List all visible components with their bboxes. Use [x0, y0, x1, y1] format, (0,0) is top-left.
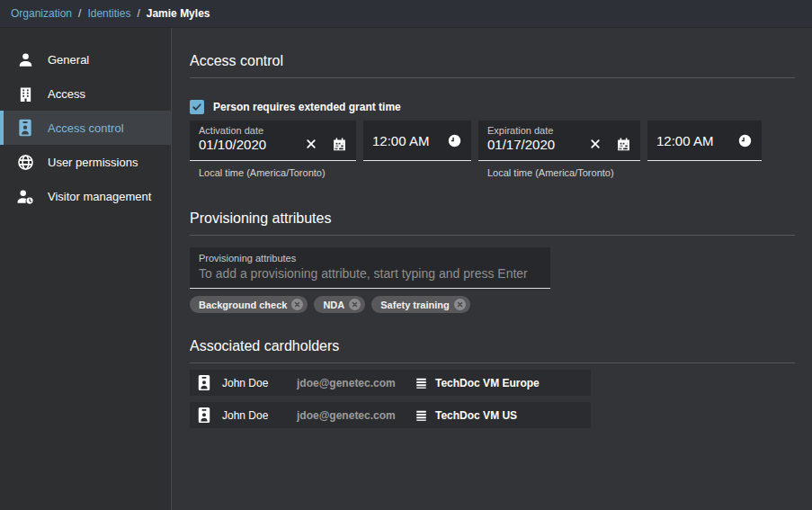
sidebar-item-access[interactable]: Access [0, 76, 171, 111]
breadcrumb-link-identities[interactable]: Identities [87, 7, 130, 20]
cardholder-group-name: TechDoc VM US [435, 409, 517, 422]
expiration-time-value[interactable]: 12:00 AM [656, 133, 713, 148]
activation-date-field[interactable]: Activation date 01/10/2020 [190, 121, 356, 161]
cardholder-name: John Doe [222, 377, 297, 389]
badge-icon [16, 119, 34, 137]
sidebar-item-label: Access [48, 87, 85, 101]
activation-date-value[interactable]: 01/10/2020 [199, 137, 266, 152]
cardholders-title: Associated cardholders [190, 338, 795, 363]
provisioning-input[interactable] [199, 266, 541, 281]
close-icon[interactable] [291, 299, 303, 310]
sidebar-item-label: User permissions [48, 156, 138, 169]
expiration-time-field[interactable]: 12:00 AM [647, 121, 762, 161]
clock-icon[interactable] [446, 132, 462, 148]
cardholder-group-icon [415, 409, 428, 422]
expiration-timezone-caption: Local time (America/Toronto) [478, 167, 640, 178]
calendar-icon[interactable] [331, 136, 347, 152]
breadcrumb-separator: / [137, 7, 139, 20]
cardholder-email: jdoe@genetec.com [297, 377, 415, 389]
breadcrumb-link-organization[interactable]: Organization [11, 7, 72, 20]
cardholder-row[interactable]: John Doe jdoe@genetec.com TechDoc VM Eur… [190, 370, 591, 396]
check-icon [192, 102, 202, 112]
sidebar-item-general[interactable]: General [0, 42, 171, 76]
person-icon [16, 50, 34, 68]
provisioning-title: Provisioning attributes [190, 210, 795, 236]
clear-icon[interactable] [587, 136, 603, 152]
clear-icon[interactable] [303, 136, 319, 152]
sidebar-item-visitor-management[interactable]: Visitor management [0, 179, 171, 213]
building-icon [16, 85, 34, 103]
expiration-date-field[interactable]: Expiration date 01/17/2020 [478, 121, 640, 161]
globe-icon [16, 153, 34, 171]
provisioning-tags: Background check NDA Safety training [190, 296, 795, 313]
cardholder-group-name: TechDoc VM Europe [435, 377, 540, 389]
cardholder-group: TechDoc VM Europe [415, 377, 540, 389]
sidebar-item-access-control[interactable]: Access control [0, 111, 171, 145]
calendar-icon[interactable] [615, 136, 631, 152]
tag-label: Background check [199, 300, 287, 310]
sidebar-item-label: Access control [48, 121, 124, 135]
close-icon[interactable] [454, 299, 466, 310]
cardholder-row[interactable]: John Doe jdoe@genetec.com TechDoc VM US [190, 402, 591, 428]
clock-icon[interactable] [736, 132, 753, 148]
visitor-clock-icon [16, 187, 34, 205]
sidebar-item-label: Visitor management [48, 190, 151, 203]
tag-background-check: Background check [190, 296, 308, 313]
cardholder-badge-icon [198, 374, 210, 391]
tag-label: NDA [323, 300, 344, 310]
expiration-date-value[interactable]: 01/17/2020 [487, 137, 555, 152]
tag-nda: NDA [314, 296, 365, 313]
activation-timezone-caption: Local time (America/Toronto) [190, 167, 356, 178]
activation-time-value[interactable]: 12:00 AM [372, 133, 429, 148]
tag-label: Safety training [380, 300, 449, 310]
provisioning-input-label: Provisioning attributes [199, 253, 541, 264]
expiration-date-label: Expiration date [487, 125, 631, 136]
breadcrumb-separator: / [78, 7, 81, 20]
provisioning-input-box[interactable]: Provisioning attributes [190, 247, 550, 289]
sidebar-item-label: General [48, 53, 89, 67]
activation-time-field[interactable]: 12:00 AM [363, 121, 471, 161]
close-icon[interactable] [349, 299, 361, 310]
tag-safety-training: Safety training [371, 296, 469, 313]
extended-grant-checkbox[interactable] [190, 100, 204, 114]
main-content: Access control Person requires extended … [173, 28, 812, 510]
cardholder-name: John Doe [222, 409, 297, 422]
sidebar-item-user-permissions[interactable]: User permissions [0, 145, 171, 179]
extended-grant-row: Person requires extended grant time [190, 100, 795, 114]
access-control-title: Access control [190, 53, 795, 78]
breadcrumb: Organization / Identities / Jamie Myles [0, 0, 812, 28]
activation-date-label: Activation date [199, 125, 347, 136]
extended-grant-label: Person requires extended grant time [213, 101, 401, 113]
grant-time-fields: Activation date 01/10/2020 [190, 121, 795, 178]
cardholder-group-icon [415, 377, 428, 389]
breadcrumb-current-page: Jamie Myles [147, 7, 210, 20]
cardholder-email: jdoe@genetec.com [297, 409, 415, 422]
cardholder-group: TechDoc VM US [415, 409, 517, 422]
cardholder-badge-icon [198, 407, 210, 424]
sidebar: General Access Access control User permi… [0, 28, 172, 510]
